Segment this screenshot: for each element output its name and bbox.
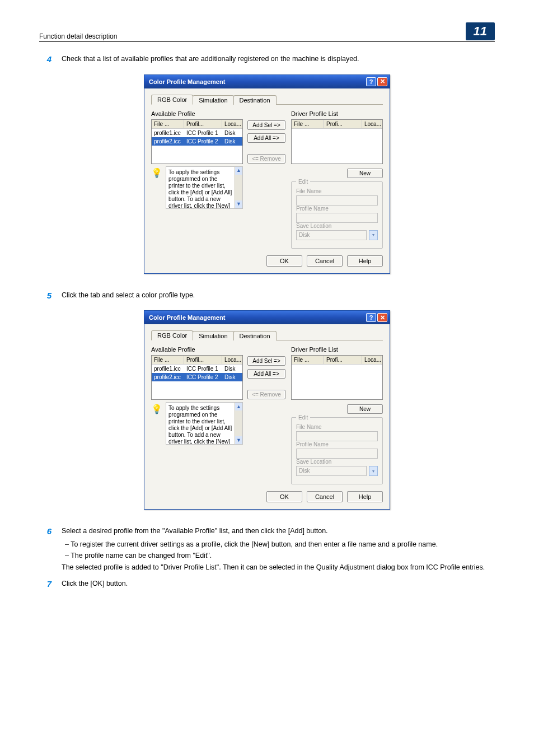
chevron-down-icon[interactable]: ▾ xyxy=(369,230,378,240)
step-4-text: Check that a list of available profiles … xyxy=(62,54,495,64)
add-all-button[interactable]: Add All => xyxy=(247,133,285,143)
step-6-after: The selected profile is added to "Driver… xyxy=(62,563,495,573)
titlebar-close-button[interactable]: ✕ xyxy=(377,313,387,322)
lightbulb-icon: 💡 xyxy=(151,402,162,416)
step-6-sub2: – The profile name can be changed from "… xyxy=(72,551,495,561)
col-file[interactable]: File ... xyxy=(152,120,184,128)
table-row[interactable]: profile2.icc ICC Profile 2 Disk xyxy=(152,373,242,381)
help-button[interactable]: Help xyxy=(347,491,383,502)
edit-group: Edit File Name Profile Name Save Locatio… xyxy=(291,417,383,484)
available-profile-label: Available Profile xyxy=(151,346,243,353)
file-name-label: File Name xyxy=(296,188,378,194)
scrollbar[interactable]: ▲ ▼ xyxy=(235,167,242,208)
new-button[interactable]: New xyxy=(347,404,383,414)
step-6-text: Select a desired profile from the "Avail… xyxy=(62,526,495,536)
save-location-label: Save Location xyxy=(296,223,378,229)
chapter-number-badge: 11 xyxy=(466,22,495,40)
remove-button[interactable]: <= Remove xyxy=(247,390,285,399)
help-text-box: To apply the settings programmed on the … xyxy=(166,166,243,209)
titlebar-help-button[interactable]: ? xyxy=(366,313,376,322)
col-location[interactable]: Loca... xyxy=(222,120,241,128)
step-number-7: 7 xyxy=(39,579,62,592)
tab-simulation[interactable]: Simulation xyxy=(193,95,233,105)
tab-destination[interactable]: Destination xyxy=(233,95,277,105)
profile-name-label: Profile Name xyxy=(296,441,378,447)
edit-group-title: Edit xyxy=(296,414,310,421)
table-row[interactable]: profile1.icc ICC Profile 1 Disk xyxy=(152,365,242,373)
col-profile[interactable]: Profil... xyxy=(184,120,222,128)
new-button[interactable]: New xyxy=(347,169,383,178)
titlebar-close-button[interactable]: ✕ xyxy=(377,77,387,86)
scroll-up-icon[interactable]: ▲ xyxy=(235,403,243,410)
ok-button[interactable]: OK xyxy=(266,491,302,502)
profile-name-input[interactable] xyxy=(296,213,378,223)
step-5-text: Click the tab and select a color profile… xyxy=(62,291,495,301)
step-6-sub1: – To register the current driver setting… xyxy=(72,540,495,550)
help-button[interactable]: Help xyxy=(347,255,383,267)
help-text-box: To apply the settings programmed on the … xyxy=(166,402,243,445)
color-profile-dialog: Color Profile Management ? ✕ RGB Color S… xyxy=(144,310,390,510)
step-7-text: Click the [OK] button. xyxy=(62,579,495,589)
save-location-label: Save Location xyxy=(296,459,378,465)
available-profile-label: Available Profile xyxy=(151,110,243,117)
driver-profile-list-label: Driver Profile List xyxy=(291,346,383,353)
color-profile-dialog: Color Profile Management ? ✕ RGB Color S… xyxy=(144,74,390,274)
save-location-select[interactable]: Disk xyxy=(296,466,367,476)
file-name-input[interactable] xyxy=(296,431,378,441)
col-location[interactable]: Loca... xyxy=(362,120,381,128)
tab-destination[interactable]: Destination xyxy=(233,331,277,340)
titlebar-help-button[interactable]: ? xyxy=(366,77,376,86)
step-number-5: 5 xyxy=(39,291,62,304)
cancel-button[interactable]: Cancel xyxy=(307,491,343,502)
tab-rgb-color[interactable]: RGB Color xyxy=(151,95,193,105)
step-number-6: 6 xyxy=(39,526,62,576)
edit-group: Edit File Name Profile Name Save Locatio… xyxy=(291,181,383,249)
dialog-title: Color Profile Management xyxy=(149,78,365,85)
col-profile[interactable]: Profi... xyxy=(324,120,362,128)
profile-name-input[interactable] xyxy=(296,449,378,459)
col-file[interactable]: File ... xyxy=(292,120,324,128)
add-sel-button[interactable]: Add Sel => xyxy=(247,356,285,366)
dialog-title: Color Profile Management xyxy=(149,314,365,321)
table-row[interactable]: profile1.icc ICC Profile 1 Disk xyxy=(152,129,242,137)
driver-profile-list[interactable]: File ... Profi... Loca... xyxy=(291,119,383,164)
profile-name-label: Profile Name xyxy=(296,206,378,212)
ok-button[interactable]: OK xyxy=(266,255,302,267)
driver-profile-list-label: Driver Profile List xyxy=(291,110,383,117)
lightbulb-icon: 💡 xyxy=(151,166,162,180)
driver-profile-list[interactable]: File ... Profi... Loca... xyxy=(291,355,383,400)
file-name-input[interactable] xyxy=(296,195,378,206)
header-section: Function detail description xyxy=(39,32,117,40)
table-row[interactable]: profile2.icc ICC Profile 2 Disk xyxy=(152,137,242,146)
scroll-up-icon[interactable]: ▲ xyxy=(235,167,243,175)
step-number-4: 4 xyxy=(39,54,62,68)
add-sel-button[interactable]: Add Sel => xyxy=(247,120,285,130)
cancel-button[interactable]: Cancel xyxy=(307,255,343,267)
scroll-down-icon[interactable]: ▼ xyxy=(235,436,243,444)
add-all-button[interactable]: Add All => xyxy=(247,369,285,379)
scrollbar[interactable]: ▲ ▼ xyxy=(235,403,242,444)
file-name-label: File Name xyxy=(296,424,378,430)
edit-group-title: Edit xyxy=(296,179,310,185)
available-profile-list[interactable]: File ... Profil... Loca... profile1.icc … xyxy=(151,355,243,400)
scroll-down-icon[interactable]: ▼ xyxy=(235,200,243,208)
chevron-down-icon[interactable]: ▾ xyxy=(369,466,378,476)
remove-button[interactable]: <= Remove xyxy=(247,154,285,164)
tab-rgb-color[interactable]: RGB Color xyxy=(151,330,193,340)
available-profile-list[interactable]: File ... Profil... Loca... profile1.icc … xyxy=(151,119,243,164)
tab-simulation[interactable]: Simulation xyxy=(193,331,233,340)
save-location-select[interactable]: Disk xyxy=(296,230,367,240)
